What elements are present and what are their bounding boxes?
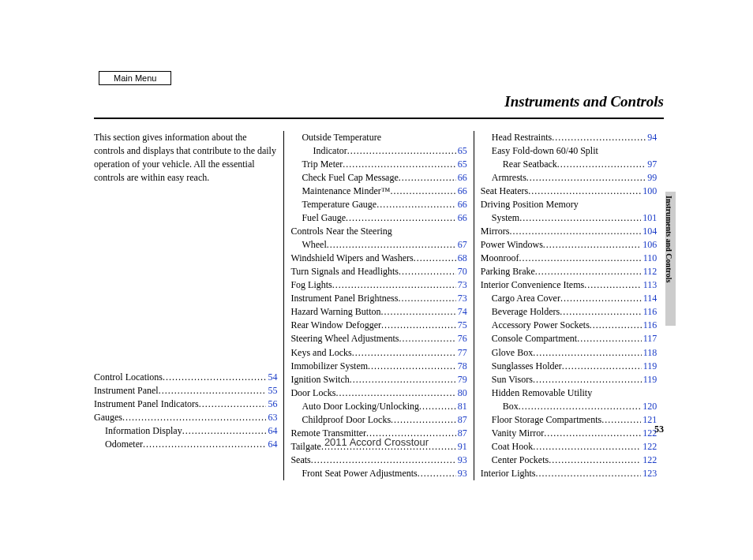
- toc-label: Seats: [290, 454, 310, 467]
- toc-entry[interactable]: Interior Lights123: [481, 467, 657, 480]
- toc-page-link[interactable]: 110: [642, 252, 657, 265]
- toc-page-link[interactable]: 113: [642, 278, 657, 292]
- toc-entry[interactable]: Head Restraints94: [481, 131, 657, 144]
- toc-page-link[interactable]: 80: [456, 386, 467, 400]
- toc-page-link[interactable]: 65: [456, 158, 467, 171]
- toc-entry[interactable]: Beverage Holders116: [481, 305, 657, 319]
- toc-entry[interactable]: Accessory Power Sockets116: [481, 319, 657, 332]
- toc-entry[interactable]: Armrests99: [481, 171, 657, 185]
- toc-page-link[interactable]: 66: [456, 185, 467, 198]
- toc-page-link[interactable]: 73: [456, 292, 467, 305]
- toc-entry[interactable]: Keys and Locks77: [290, 346, 466, 360]
- toc-entry[interactable]: Auto Door Locking/Unlocking81: [290, 400, 466, 413]
- toc-page-link[interactable]: 79: [456, 373, 467, 386]
- toc-page-link[interactable]: 122: [641, 454, 657, 467]
- toc-entry[interactable]: Power Windows106: [481, 238, 657, 252]
- toc-page-link[interactable]: 120: [641, 400, 657, 413]
- toc-page-link[interactable]: 112: [642, 265, 657, 278]
- toc-entry[interactable]: Wheel67: [290, 238, 466, 252]
- toc-entry[interactable]: Childproof Door Locks87: [290, 413, 466, 427]
- dot-leader: [533, 373, 642, 386]
- toc-page-link[interactable]: 81: [456, 400, 467, 413]
- toc-page-link[interactable]: 94: [646, 131, 657, 144]
- toc-page-link[interactable]: 70: [456, 265, 467, 278]
- toc-entry[interactable]: Instrument Panel55: [94, 384, 277, 398]
- toc-page-link[interactable]: 116: [642, 319, 657, 332]
- toc-page-link[interactable]: 93: [456, 454, 467, 467]
- toc-entry[interactable]: Gauges63: [94, 411, 277, 424]
- toc-entry[interactable]: Door Locks80: [290, 386, 466, 400]
- toc-entry[interactable]: Glove Box118: [481, 346, 657, 360]
- toc-page-link[interactable]: 123: [641, 467, 657, 480]
- toc-page-link[interactable]: 100: [641, 185, 657, 198]
- toc-entry[interactable]: Sunglasses Holder119: [481, 360, 657, 373]
- toc-page-link[interactable]: 97: [646, 158, 657, 171]
- toc-entry[interactable]: Windshield Wipers and Washers68: [290, 252, 466, 265]
- toc-page-link[interactable]: 104: [641, 225, 657, 238]
- toc-page-link[interactable]: 75: [456, 319, 467, 332]
- toc-page-link[interactable]: 93: [456, 467, 467, 480]
- toc-entry[interactable]: Fog Lights73: [290, 278, 466, 292]
- toc-entry[interactable]: Box120: [481, 400, 657, 413]
- toc-entry[interactable]: Trip Meter65: [290, 158, 466, 171]
- dot-leader: [159, 384, 267, 398]
- toc-page-link[interactable]: 56: [266, 398, 277, 411]
- toc-entry[interactable]: Interior Convenience Items113: [481, 278, 657, 292]
- toc-entry[interactable]: Cargo Area Cover114: [481, 292, 657, 305]
- toc-page-link[interactable]: 74: [456, 305, 467, 319]
- toc-entry[interactable]: Rear Window Defogger75: [290, 319, 466, 332]
- toc-page-link[interactable]: 73: [456, 278, 467, 292]
- toc-entry[interactable]: System101: [481, 211, 657, 225]
- toc-page-link[interactable]: 68: [456, 252, 467, 265]
- toc-entry[interactable]: Sun Visors119: [481, 373, 657, 386]
- toc-entry[interactable]: Instrument Panel Brightness73: [290, 292, 466, 305]
- toc-page-link[interactable]: 114: [642, 292, 657, 305]
- toc-entry[interactable]: Hazard Warning Button74: [290, 305, 466, 319]
- toc-page-link[interactable]: 76: [456, 332, 467, 345]
- toc-entry[interactable]: Seats93: [290, 454, 466, 467]
- toc-page-link[interactable]: 116: [642, 305, 657, 319]
- toc-page-link[interactable]: 117: [642, 332, 657, 345]
- toc-entry[interactable]: Steering Wheel Adjustments76: [290, 332, 466, 345]
- toc-page-link[interactable]: 119: [642, 360, 657, 373]
- toc-entry[interactable]: Parking Brake112: [481, 265, 657, 278]
- toc-entry[interactable]: Check Fuel Cap Message66: [290, 171, 466, 185]
- toc-entry[interactable]: Immobilizer System78: [290, 360, 466, 373]
- toc-entry[interactable]: Instrument Panel Indicators56: [94, 398, 277, 411]
- toc-entry[interactable]: Seat Heaters100: [481, 185, 657, 198]
- toc-page-link[interactable]: 106: [641, 238, 657, 252]
- toc-label: Interior Lights: [481, 467, 536, 480]
- toc-entry[interactable]: Turn Signals and Headlights70: [290, 265, 466, 278]
- toc-page-link[interactable]: 54: [266, 371, 277, 384]
- toc-entry[interactable]: Center Pockets122: [481, 454, 657, 467]
- toc-page-link[interactable]: 66: [456, 198, 467, 211]
- toc-page-link[interactable]: 67: [456, 238, 467, 252]
- toc-entry[interactable]: Rear Seatback97: [481, 158, 657, 171]
- toc-entry[interactable]: Moonroof110: [481, 252, 657, 265]
- toc-page-link[interactable]: 118: [642, 346, 657, 360]
- toc-page-link[interactable]: 87: [456, 413, 467, 427]
- toc-label: Indicator: [313, 144, 347, 158]
- toc-entry[interactable]: Floor Storage Compartments121: [481, 413, 657, 427]
- toc-page-link[interactable]: 66: [456, 171, 467, 185]
- toc-entry[interactable]: Temperature Gauge66: [290, 198, 466, 211]
- toc-entry[interactable]: Fuel Gauge66: [290, 211, 466, 225]
- toc-page-link[interactable]: 99: [646, 171, 657, 185]
- toc-entry[interactable]: Maintenance Minder™66: [290, 185, 466, 198]
- toc-label: Maintenance Minder™: [302, 185, 390, 198]
- toc-entry[interactable]: Console Compartment117: [481, 332, 657, 345]
- toc-page-link[interactable]: 55: [266, 384, 277, 398]
- toc-page-link[interactable]: 63: [266, 411, 277, 424]
- toc-page-link[interactable]: 66: [456, 211, 467, 225]
- toc-entry[interactable]: Control Locations54: [94, 371, 277, 384]
- toc-page-link[interactable]: 78: [456, 360, 467, 373]
- toc-page-link[interactable]: 119: [642, 373, 657, 386]
- toc-entry[interactable]: Ignition Switch79: [290, 373, 466, 386]
- toc-entry[interactable]: Front Seat Power Adjustments93: [290, 467, 466, 480]
- main-menu-button[interactable]: Main Menu: [99, 71, 171, 85]
- toc-entry[interactable]: Mirrors104: [481, 225, 657, 238]
- toc-page-link[interactable]: 65: [456, 144, 467, 158]
- toc-page-link[interactable]: 101: [641, 211, 657, 225]
- toc-entry[interactable]: Indicator65: [290, 144, 466, 158]
- toc-page-link[interactable]: 77: [456, 346, 467, 360]
